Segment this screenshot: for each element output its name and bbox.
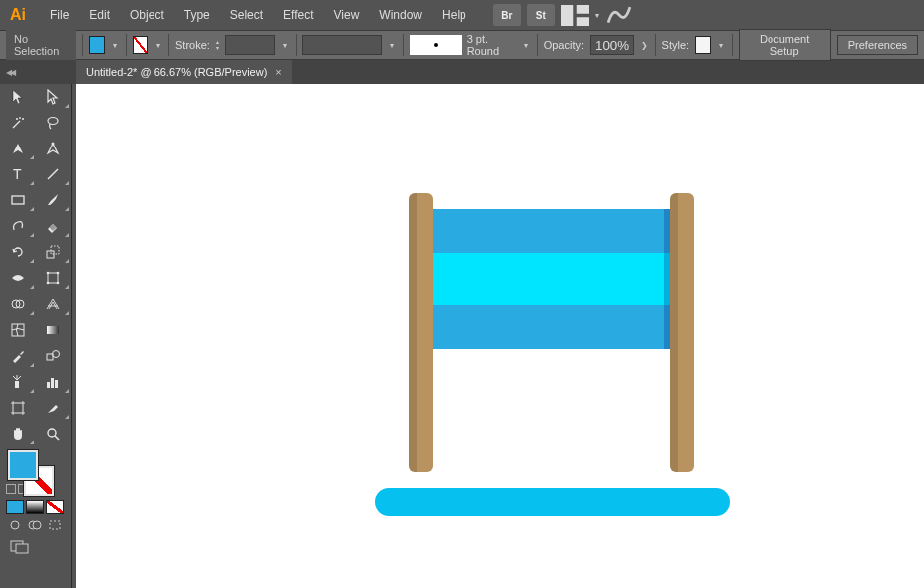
shape-post-left[interactable] [409, 193, 433, 472]
artboard-tool[interactable] [0, 395, 36, 421]
zoom-tool[interactable] [36, 421, 72, 446]
selection-status: No Selection [6, 30, 76, 60]
draw-normal-icon[interactable] [6, 518, 24, 532]
curvature-tool[interactable] [36, 136, 72, 161]
color-mode-solid[interactable] [6, 500, 24, 514]
svg-rect-1 [576, 5, 588, 14]
graphic-style-swatch[interactable] [695, 36, 711, 54]
svg-rect-19 [47, 326, 59, 334]
rectangle-tool[interactable] [0, 187, 36, 213]
artboard[interactable] [76, 84, 924, 588]
direct-selection-tool[interactable] [36, 84, 72, 110]
menu-bar: Ai File Edit Object Type Select Effect V… [0, 0, 924, 30]
fill-dropdown-icon[interactable]: ▾ [111, 41, 120, 50]
close-tab-icon[interactable]: × [275, 66, 281, 78]
opacity-dropdown-icon[interactable]: ❯ [640, 41, 649, 50]
rotate-tool[interactable] [0, 239, 36, 265]
gradient-tool[interactable] [36, 317, 72, 343]
type-tool[interactable]: T [0, 161, 36, 187]
menu-effect[interactable]: Effect [273, 2, 323, 28]
free-transform-tool[interactable] [36, 265, 72, 291]
stroke-dropdown-icon[interactable]: ▾ [154, 41, 162, 50]
slice-tool[interactable] [36, 395, 72, 421]
shape-bar-bottom[interactable] [433, 305, 694, 349]
arrange-dropdown-icon[interactable]: ▾ [592, 11, 602, 20]
variable-width-profile[interactable] [302, 35, 382, 55]
menu-type[interactable]: Type [174, 2, 220, 28]
svg-point-31 [33, 521, 41, 529]
svg-line-28 [55, 436, 59, 440]
svg-rect-18 [12, 324, 24, 336]
screen-mode-icon[interactable] [0, 534, 71, 556]
svg-rect-26 [13, 403, 23, 413]
magic-wand-tool[interactable] [0, 110, 36, 136]
shape-bar-top[interactable] [433, 209, 694, 253]
default-fill-stroke-icon[interactable] [6, 484, 16, 494]
shape-builder-tool[interactable] [0, 291, 36, 317]
svg-point-14 [47, 282, 50, 285]
panel-collapse-icon[interactable]: ◀◀ [0, 60, 72, 84]
perspective-grid-tool[interactable] [36, 291, 72, 317]
menu-select[interactable]: Select [220, 2, 273, 28]
fill-swatch[interactable] [89, 36, 105, 54]
color-mode-none[interactable] [46, 500, 64, 514]
preferences-button[interactable]: Preferences [837, 35, 918, 55]
menu-window[interactable]: Window [369, 2, 432, 28]
svg-rect-11 [48, 273, 58, 283]
shape-post-right[interactable] [670, 193, 694, 472]
opacity-label: Opacity: [544, 39, 584, 51]
bridge-button[interactable]: Br [493, 4, 521, 26]
brush-definition-preview[interactable] [410, 35, 462, 55]
svg-rect-2 [576, 17, 588, 26]
svg-rect-22 [15, 381, 19, 388]
line-segment-tool[interactable] [36, 161, 72, 187]
style-dropdown-icon[interactable]: ▾ [717, 41, 726, 50]
eraser-tool[interactable] [36, 213, 72, 239]
scale-tool[interactable] [36, 239, 72, 265]
draw-mode-row [0, 516, 71, 534]
pen-tool[interactable] [0, 136, 36, 161]
draw-inside-icon[interactable] [46, 518, 64, 532]
stroke-weight-field[interactable] [225, 35, 275, 55]
svg-rect-24 [51, 378, 54, 388]
brush-dropdown-icon[interactable]: ▾ [522, 41, 531, 50]
shape-bar-middle[interactable] [433, 253, 694, 305]
draw-behind-icon[interactable] [26, 518, 44, 532]
blend-tool[interactable] [36, 343, 72, 369]
variable-width-dropdown-icon[interactable]: ▾ [388, 41, 397, 50]
width-tool[interactable] [0, 265, 36, 291]
menu-help[interactable]: Help [432, 2, 476, 28]
arrange-documents-icon[interactable] [561, 4, 589, 26]
menu-view[interactable]: View [324, 2, 370, 28]
menu-edit[interactable]: Edit [79, 2, 120, 28]
mesh-tool[interactable] [0, 317, 36, 343]
document-tab[interactable]: Untitled-2* @ 66.67% (RGB/Preview) × [76, 60, 292, 84]
svg-point-3 [48, 118, 58, 125]
shape-base[interactable] [375, 488, 730, 516]
hand-tool[interactable] [0, 421, 36, 446]
fill-color-swatch[interactable] [8, 450, 38, 480]
column-graph-tool[interactable] [36, 369, 72, 395]
document-setup-button[interactable]: Document Setup [739, 29, 831, 61]
stroke-swatch[interactable] [133, 36, 149, 54]
stroke-weight-stepper[interactable]: ▴▾ [216, 39, 219, 51]
eyedropper-tool[interactable] [0, 343, 36, 369]
svg-point-29 [11, 521, 19, 529]
lasso-tool[interactable] [36, 110, 72, 136]
symbol-sprayer-tool[interactable] [0, 369, 36, 395]
document-tab-strip: Untitled-2* @ 66.67% (RGB/Preview) × [0, 60, 924, 84]
menu-object[interactable]: Object [120, 2, 174, 28]
stock-button[interactable]: St [527, 4, 555, 26]
color-mode-gradient[interactable] [26, 500, 44, 514]
stroke-weight-dropdown-icon[interactable]: ▾ [281, 41, 290, 50]
opacity-field[interactable] [590, 35, 634, 55]
shaper-tool[interactable] [0, 213, 36, 239]
selection-tool[interactable] [0, 84, 36, 110]
document-tab-title: Untitled-2* @ 66.67% (RGB/Preview) [86, 66, 267, 78]
brush-name: 3 pt. Round [467, 33, 516, 57]
gpu-performance-icon[interactable] [605, 4, 633, 26]
paintbrush-tool[interactable] [36, 187, 72, 213]
fill-stroke-proxy[interactable] [0, 446, 71, 498]
menu-file[interactable]: File [40, 2, 79, 28]
workspace [76, 84, 924, 588]
